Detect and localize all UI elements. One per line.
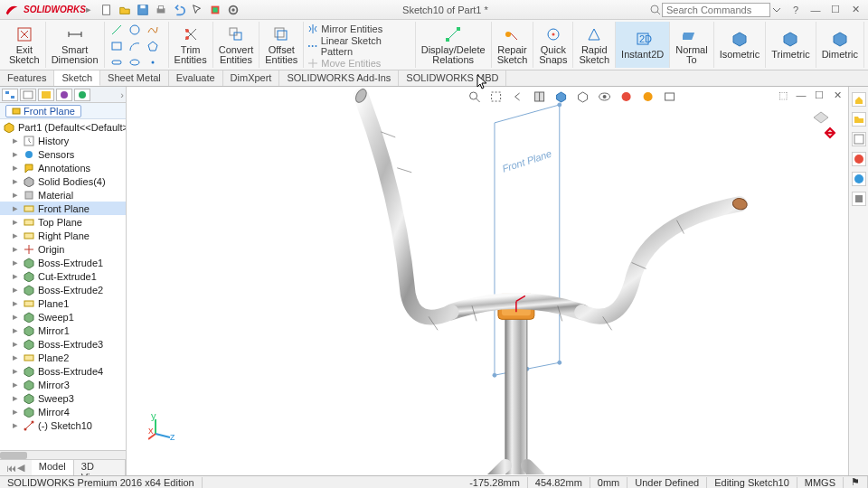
tab-addins[interactable]: SOLIDWORKS Add-Ins	[279, 70, 399, 86]
taskpane-explorer-button[interactable]	[852, 132, 866, 146]
polygon-icon[interactable]	[146, 40, 159, 52]
front-plane-chip[interactable]: Front Plane	[5, 105, 81, 117]
trim-entities-button[interactable]: TrimEntities	[169, 22, 213, 68]
taskpane-library-button[interactable]	[852, 112, 866, 127]
tree-node[interactable]: ▸Sweep3	[0, 391, 126, 405]
tree-node[interactable]: ▸Plane1	[0, 296, 126, 310]
fm-tab-config[interactable]	[38, 89, 54, 101]
spline-icon[interactable]	[146, 23, 159, 36]
maximize-button[interactable]: ☐	[828, 4, 843, 16]
tree-node[interactable]: ▸Boss-Extrude2	[0, 283, 126, 296]
zoom-fit-button[interactable]	[467, 89, 483, 105]
tree-node[interactable]: ▸Cut-Extrude1	[0, 269, 126, 283]
scrollbar-thumb[interactable]	[0, 452, 27, 459]
vp-maximize-button[interactable]: ☐	[812, 89, 826, 101]
minimize-button[interactable]: —	[808, 4, 823, 16]
quick-snaps-button[interactable]: QuickSnaps	[533, 22, 573, 68]
normal-to-button[interactable]: NormalTo	[670, 22, 713, 68]
tree-node[interactable]: ▸Boss-Extrude1	[0, 256, 126, 269]
tree-node[interactable]: ▸Boss-Extrude3	[0, 337, 126, 351]
fm-tab-property[interactable]	[20, 89, 36, 101]
tree-root[interactable]: Part1 (Default<<Default>_Displa	[0, 121, 126, 134]
taskpane-home-button[interactable]	[852, 92, 866, 107]
tree-node[interactable]: ▸Sensors	[0, 147, 126, 161]
sketch-shapes-flyout[interactable]	[105, 22, 169, 68]
undo-button[interactable]	[171, 2, 187, 18]
tab-mbd[interactable]: SOLIDWORKS MBD	[399, 70, 506, 86]
hide-show-button[interactable]	[597, 89, 613, 105]
fm-tab-tree[interactable]	[2, 89, 18, 101]
vp-minimize-button[interactable]: —	[794, 89, 808, 101]
feature-tree[interactable]: Part1 (Default<<Default>_Displa ▸History…	[0, 119, 126, 450]
tab-sketch[interactable]: Sketch	[54, 70, 100, 86]
slot-icon[interactable]	[110, 56, 123, 69]
tree-node[interactable]: ▸Mirror1	[0, 324, 126, 337]
new-button[interactable]	[99, 2, 115, 18]
rect-icon[interactable]	[110, 40, 123, 52]
tab-evaluate[interactable]: Evaluate	[169, 70, 223, 86]
isometric-button[interactable]: Isometric	[714, 22, 767, 68]
tab-model[interactable]: Model	[32, 460, 74, 475]
ellipse-icon[interactable]	[128, 56, 141, 69]
tree-node[interactable]: ▸Mirror3	[0, 378, 126, 391]
tree-node[interactable]: ▸Origin	[0, 242, 126, 256]
tab-nav-first[interactable]: ⏮	[6, 463, 16, 474]
view-settings-button[interactable]	[662, 89, 678, 105]
save-button[interactable]	[135, 2, 151, 18]
convert-entities-button[interactable]: ConvertEntities	[213, 22, 260, 68]
graphics-viewport[interactable]: Front Plane	[127, 87, 848, 475]
vp-restore-button[interactable]: ⬚	[776, 89, 790, 101]
display-style-button[interactable]	[575, 89, 591, 105]
circle-icon[interactable]	[128, 23, 141, 36]
dimetric-button[interactable]: Dimetric	[816, 22, 864, 68]
smart-dimension-button[interactable]: SmartDimension	[46, 22, 105, 68]
line-icon[interactable]	[110, 23, 123, 36]
help-button[interactable]: ?	[788, 4, 803, 16]
rapid-sketch-button[interactable]: RapidSketch	[573, 22, 616, 68]
edit-appearance-button[interactable]	[618, 89, 635, 105]
tab-sheet-metal[interactable]: Sheet Metal	[100, 70, 169, 86]
tree-node[interactable]: ▸Mirror4	[0, 405, 126, 418]
tree-node[interactable]: ▸Front Plane	[0, 202, 126, 215]
exit-sketch-button[interactable]: ExitSketch	[4, 22, 46, 68]
view-orientation-button[interactable]	[553, 89, 570, 105]
trimetric-button[interactable]: Trimetric	[766, 22, 816, 68]
status-units[interactable]: MMGS	[797, 477, 844, 488]
tree-node[interactable]: ▸Material	[0, 188, 126, 202]
search-dropdown-icon[interactable]	[770, 4, 783, 16]
tree-node[interactable]: ▸Solid Bodies(4)	[0, 174, 126, 188]
tree-node[interactable]: ▸History	[0, 134, 126, 147]
display-relations-button[interactable]: Display/DeleteRelations	[416, 22, 492, 68]
section-view-button[interactable]	[532, 89, 548, 105]
taskpane-custom-button[interactable]	[852, 192, 866, 206]
fm-tab-display[interactable]	[74, 89, 90, 101]
options-button[interactable]	[225, 2, 241, 18]
tab-nav-prev[interactable]: ◀	[17, 462, 24, 474]
instant2d-button[interactable]: 2D Instant2D	[616, 22, 670, 68]
print-button[interactable]	[153, 2, 169, 18]
point-icon[interactable]	[146, 56, 159, 69]
move-entities-button[interactable]: Move Entities	[307, 58, 410, 69]
search-commands-input[interactable]	[662, 3, 770, 17]
tab-3dviews[interactable]: 3D Views	[74, 460, 126, 475]
tree-node[interactable]: ▸Annotations	[0, 161, 126, 174]
rebuild-button[interactable]	[207, 2, 223, 18]
tree-hscrollbar[interactable]	[0, 450, 126, 459]
apply-scene-button[interactable]	[640, 89, 656, 105]
taskpane-view-button[interactable]	[852, 152, 866, 166]
offset-entities-button[interactable]: OffsetEntities	[259, 22, 304, 68]
fm-tab-dim[interactable]	[56, 89, 72, 101]
select-button[interactable]	[189, 2, 205, 18]
tree-node[interactable]: ▸Boss-Extrude4	[0, 364, 126, 378]
linear-pattern-button[interactable]: Linear Sketch Pattern	[307, 35, 410, 57]
vp-close-button[interactable]: ✕	[830, 89, 844, 101]
previous-view-button[interactable]	[510, 89, 526, 105]
mirror-entities-button[interactable]: Mirror Entities	[307, 23, 410, 34]
tree-node[interactable]: ▸Sweep1	[0, 310, 126, 324]
confirm-corner[interactable]	[810, 110, 843, 143]
open-button[interactable]	[117, 2, 133, 18]
tree-node[interactable]: ▸Plane2	[0, 351, 126, 364]
tab-dimxpert[interactable]: DimXpert	[223, 70, 280, 86]
tree-node[interactable]: ▸Top Plane	[0, 215, 126, 229]
tree-node[interactable]: ▸Right Plane	[0, 229, 126, 242]
